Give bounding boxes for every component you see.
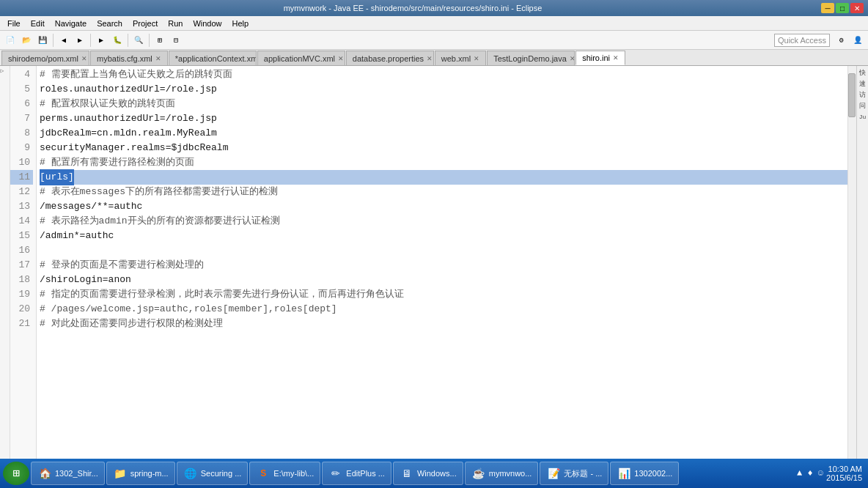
tab-appmvc[interactable]: applicationMVC.xml ✕: [257, 51, 345, 65]
tab-label-webxml: web.xml: [441, 54, 471, 63]
taskbar-item-7[interactable]: 📝 无标题 - ...: [540, 462, 608, 485]
linenum-10: 10: [10, 155, 33, 170]
taskbar-start-button[interactable]: ⊞: [3, 462, 29, 485]
taskbar-label-1: spring-m...: [130, 469, 169, 478]
menu-project[interactable]: Project: [128, 18, 162, 29]
code-text-17: # 登录的页面是不需要进行检测处理的: [40, 258, 204, 273]
window-controls[interactable]: ─ □ ✕: [821, 3, 864, 13]
code-line-5: roles.unauthorizedUrl=/role.jsp: [40, 82, 847, 97]
code-text-21: # 对此处面还需要同步进行权限的检测处理: [40, 317, 223, 331]
toolbar-search[interactable]: 🔍: [131, 33, 146, 48]
tab-close-mybatis[interactable]: ✕: [155, 55, 161, 62]
code-line-21: # 对此处面还需要同步进行权限的检测处理: [40, 317, 847, 331]
toolbar-new[interactable]: 📄: [3, 33, 18, 48]
taskbar-item-5[interactable]: 🖥 Windows...: [393, 462, 463, 485]
right-icon-3[interactable]: 访: [858, 89, 868, 100]
menu-window[interactable]: Window: [188, 18, 226, 29]
code-text-19: # 指定的页面需要进行登录检测，此时表示需要先进行身份认证，而后再进行角色认证: [40, 287, 404, 302]
tab-dbprops[interactable]: database.properties ✕: [346, 51, 434, 65]
code-text-5: roles.unauthorizedUrl=/role.jsp: [40, 82, 217, 97]
taskbar-label-3: E:\my-lib\...: [273, 469, 314, 478]
taskbar-item-3[interactable]: S E:\my-lib\...: [249, 462, 320, 485]
toolbar: 📄 📂 💾 ◀ ▶ ▶ 🐛 🔍 ⊞ ⊟ Quick Access ⚙ 👤: [0, 31, 868, 50]
right-icon-1[interactable]: 快: [858, 67, 868, 78]
tab-close-testlogin[interactable]: ✕: [570, 55, 575, 62]
code-line-10: # 配置所有需要进行路径检测的页面: [40, 155, 847, 170]
menu-file[interactable]: File: [3, 18, 25, 29]
code-line-4: # 需要配置上当角色认证失败之后的跳转页面: [40, 67, 847, 82]
toolbar-run[interactable]: ▶: [94, 33, 108, 48]
code-line-12: # 表示在messages下的所有路径都需要进行认证的检测: [40, 185, 847, 199]
scrollbar-track[interactable]: [848, 66, 856, 472]
tab-close-dbprops[interactable]: ✕: [427, 55, 433, 62]
taskbar-item-6[interactable]: ☕ mymvnwo...: [465, 462, 539, 485]
toolbar-forward[interactable]: ▶: [73, 33, 87, 48]
taskbar-right: ▲ ♦ ☺ 10:30 AM 2015/6/15: [797, 465, 865, 482]
taskbar-icon-7: 📝: [546, 466, 561, 481]
code-editor[interactable]: # 需要配置上当角色认证失败之后的跳转页面 roles.unauthorized…: [37, 66, 847, 472]
scrollbar-thumb[interactable]: [848, 73, 856, 117]
menu-navigate[interactable]: Navigate: [51, 18, 91, 29]
taskbar-label-5: Windows...: [417, 469, 457, 478]
tab-appcontext[interactable]: *applicationContext.xml ✕: [169, 51, 257, 65]
code-text-9: securityManager.realms=$jdbcRealm: [40, 141, 228, 155]
tab-close-webxml[interactable]: ✕: [474, 55, 479, 62]
minimize-button[interactable]: ─: [821, 3, 834, 13]
linenum-15: 15: [10, 229, 33, 243]
code-line-19: # 指定的页面需要进行登录检测，此时表示需要先进行身份认证，而后再进行角色认证: [40, 287, 847, 302]
toolbar-perspective[interactable]: ⊞: [152, 33, 167, 48]
tab-mybatis[interactable]: mybatis.cfg.xml ✕: [90, 51, 168, 65]
quick-access-box[interactable]: Quick Access: [774, 34, 830, 47]
tab-close-pom[interactable]: ✕: [81, 55, 87, 62]
code-line-9: securityManager.realms=$jdbcRealm: [40, 141, 847, 155]
taskbar-icon-6: ☕: [471, 466, 486, 481]
linenum-17: 17: [10, 258, 33, 273]
linenum-12: 12: [10, 185, 33, 199]
toolbar-save[interactable]: 💾: [35, 33, 50, 48]
toolbar-back[interactable]: ◀: [56, 33, 71, 48]
tab-label-mybatis: mybatis.cfg.xml: [97, 54, 152, 63]
left-icon-1[interactable]: ▷: [1, 67, 10, 76]
tab-pom[interactable]: shirodemo/pom.xml ✕: [1, 51, 89, 65]
taskbar-item-0[interactable]: 🏠 1302_Shir...: [31, 462, 105, 485]
toolbar-sep-3: [128, 34, 128, 47]
tab-shiro[interactable]: shiro.ini ✕: [575, 51, 625, 65]
close-button[interactable]: ✕: [850, 3, 864, 13]
code-text-4: # 需要配置上当角色认证失败之后的跳转页面: [40, 67, 232, 82]
linenum-9: 9: [10, 141, 33, 155]
maximize-button[interactable]: □: [836, 3, 849, 13]
taskbar-icon-5: 🖥: [400, 466, 414, 481]
scrollbar[interactable]: [847, 66, 856, 472]
toolbar-open[interactable]: 📂: [19, 33, 34, 48]
taskbar-tray: ▲ ♦ ☺: [797, 468, 823, 478]
toolbar-icon-2[interactable]: 👤: [850, 33, 865, 48]
menu-search[interactable]: Search: [92, 18, 127, 29]
toolbar-icon-1[interactable]: ⚙: [834, 33, 849, 48]
right-icon-4[interactable]: 问: [858, 100, 868, 111]
right-icon-2[interactable]: 速: [858, 78, 868, 89]
tab-close-shiro[interactable]: ✕: [613, 54, 619, 62]
tab-webxml[interactable]: web.xml ✕: [435, 51, 486, 65]
taskbar-item-4[interactable]: ✏ EditPlus ...: [322, 462, 391, 485]
title-bar: mymvnwork - Java EE - shirodemo/src/main…: [0, 0, 868, 16]
toolbar-views[interactable]: ⊟: [169, 33, 183, 48]
taskbar-item-8[interactable]: 📊 1302002...: [610, 462, 679, 485]
editor-container: ▷ 4 5 6 7 8 9 10 11 12 13 14 15 16 17 18…: [0, 66, 868, 472]
tab-testlogin[interactable]: TestLoginDemo.java ✕: [487, 51, 575, 65]
code-line-17: # 登录的页面是不需要进行检测处理的: [40, 258, 847, 273]
toolbar-debug[interactable]: 🐛: [110, 33, 125, 48]
taskbar-icon-0: 🏠: [37, 466, 52, 481]
code-line-8: jdbcRealm=cn.mldn.realm.MyRealm: [40, 126, 847, 141]
taskbar-item-2[interactable]: 🌐 Securing ...: [177, 462, 249, 485]
right-icon-ju[interactable]: Ju: [858, 111, 868, 122]
code-line-13: /messages/**=authc: [40, 199, 847, 214]
menu-edit[interactable]: Edit: [26, 18, 49, 29]
tab-close-appmvc[interactable]: ✕: [338, 55, 344, 62]
taskbar-icon-1: 📁: [113, 466, 128, 481]
code-text-15: /admin*=authc: [40, 229, 114, 243]
menu-run[interactable]: Run: [163, 18, 187, 29]
taskbar: ⊞ 🏠 1302_Shir... 📁 spring-m... 🌐 Securin…: [0, 459, 868, 488]
taskbar-icon-8: 📊: [617, 466, 631, 481]
menu-help[interactable]: Help: [228, 18, 254, 29]
taskbar-item-1[interactable]: 📁 spring-m...: [106, 462, 175, 485]
